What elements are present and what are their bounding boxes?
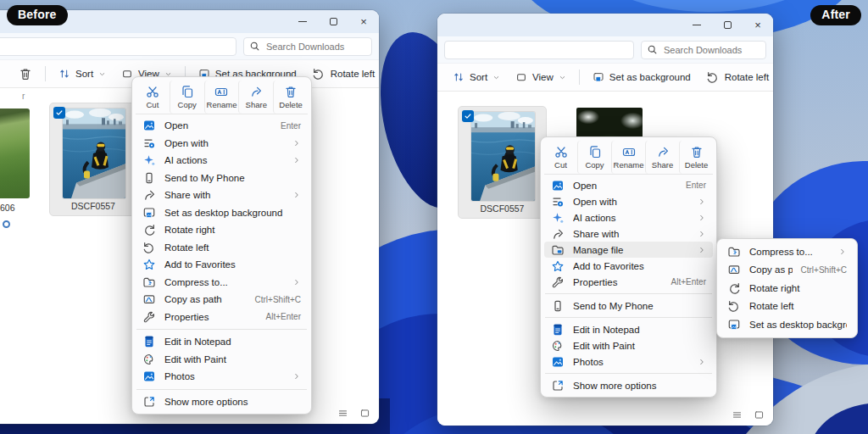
menu-item-edit-with-paint[interactable]: Edit with Paint: [544, 337, 713, 353]
wrench-icon: [142, 310, 156, 324]
selected-checkbox-icon[interactable]: [462, 110, 474, 122]
file-label: DSCF0557: [50, 201, 136, 211]
menu-item-open[interactable]: OpenEnter: [544, 177, 713, 193]
file-label: 606: [0, 203, 15, 213]
search-icon: [249, 41, 260, 52]
close-icon[interactable]: ×: [753, 20, 763, 31]
menu-item-edit-in-notepad[interactable]: Edit in Notepad: [544, 321, 713, 337]
menu-shortcut: Ctrl+Shift+C: [255, 295, 301, 304]
menu-item-photos[interactable]: Photos: [544, 353, 713, 370]
menu-item-add-to-favorites[interactable]: Add to Favorites: [544, 258, 713, 274]
paint-icon: [551, 339, 565, 353]
photo-icon: [142, 119, 156, 132]
maximize-icon[interactable]: [328, 17, 338, 27]
menu-item-open[interactable]: OpenEnter: [136, 117, 308, 135]
list-view-icon[interactable]: [732, 409, 743, 420]
minimize-icon[interactable]: [298, 17, 308, 27]
menu-item-ai-actions[interactable]: AI actions: [544, 209, 713, 225]
menu-shortcut: Alt+Enter: [671, 277, 706, 287]
menu-share-button[interactable]: Share: [645, 141, 679, 174]
menu-item-send-to-my-phone[interactable]: Send to My Phone: [544, 298, 713, 314]
close-icon[interactable]: ×: [359, 17, 369, 27]
menu-item-rotate-left[interactable]: Rotate left: [136, 239, 308, 257]
selected-checkbox-icon[interactable]: [53, 107, 65, 119]
menu-item-open-with[interactable]: Open with: [544, 193, 713, 209]
rotate-left-button[interactable]: Rotate left: [305, 64, 379, 84]
menu-item-copy-as-path[interactable]: Copy as pathCtrl+Shift+C: [136, 291, 308, 309]
menu-item-share-with[interactable]: Share with: [544, 225, 713, 242]
sparkle-icon: [551, 211, 565, 225]
address-bar[interactable]: [444, 41, 634, 59]
menu-item-open-with[interactable]: Open with: [136, 135, 308, 153]
delete-button[interactable]: [12, 64, 39, 84]
share-icon: [142, 188, 156, 202]
menu-item-ai-actions[interactable]: AI actions: [136, 152, 308, 170]
menu-item-rotate-right[interactable]: Rotate right: [136, 221, 308, 239]
menu-item-edit-with-paint[interactable]: Edit with Paint: [136, 351, 308, 369]
menu-item-set-as-desktop-background[interactable]: Set as desktop background: [136, 204, 308, 222]
menu-item-show-more-options[interactable]: Show more options: [136, 393, 308, 411]
menu-delete-button[interactable]: Delete: [679, 141, 713, 174]
view-button[interactable]: View: [509, 68, 573, 86]
thumbnail-view-icon[interactable]: [359, 408, 370, 419]
menu-item-label: Photos: [573, 357, 689, 367]
menu-item-manage-file[interactable]: Manage file: [544, 242, 713, 258]
search-box[interactable]: [641, 41, 766, 59]
menu-item-send-to-my-phone[interactable]: Send to My Phone: [136, 170, 308, 187]
menu-shortcut: Enter: [281, 121, 301, 131]
sort-button[interactable]: Sort: [52, 64, 113, 83]
list-view-icon[interactable]: [337, 408, 348, 419]
menu-copy-button[interactable]: Copy: [170, 81, 204, 114]
sort-icon: [58, 68, 70, 80]
menu-cut-button[interactable]: Cut: [544, 141, 577, 174]
rotate-left-icon: [706, 70, 720, 84]
menu-delete-button[interactable]: Delete: [273, 81, 308, 114]
photo-icon: [142, 370, 156, 383]
maximize-icon[interactable]: [722, 20, 732, 31]
menu-item-label: Open: [164, 120, 272, 131]
submenu-item-rotate-left[interactable]: Rotate left: [721, 298, 854, 316]
titlebar[interactable]: ×: [437, 14, 773, 36]
menu-item-label: Open with: [164, 138, 284, 148]
search-input[interactable]: [662, 44, 760, 56]
menu-item-properties[interactable]: PropertiesAlt+Enter: [136, 309, 308, 326]
menu-item-show-more-options[interactable]: Show more options: [544, 377, 713, 393]
rotate-left-button[interactable]: Rotate left: [699, 67, 773, 87]
menu-item-label: Share with: [164, 190, 284, 200]
chevron-right-icon: [292, 156, 301, 164]
menu-rename-button[interactable]: Rename: [611, 141, 645, 174]
menu-cut-button[interactable]: Cut: [136, 81, 170, 114]
menu-item-label: Edit in Notepad: [164, 337, 301, 347]
submenu-item-compress-to[interactable]: Compress to...: [721, 242, 854, 261]
thumbnail-view-icon[interactable]: [754, 409, 765, 420]
search-input[interactable]: [264, 41, 366, 53]
set-background-button[interactable]: Set as background: [586, 68, 698, 86]
sort-button[interactable]: Sort: [446, 68, 507, 86]
submenu-item-rotate-right[interactable]: Rotate right: [721, 279, 854, 298]
menu-item-photos[interactable]: Photos: [136, 368, 308, 386]
menu-item-share-with[interactable]: Share with: [136, 186, 308, 204]
delete-icon: [284, 85, 298, 98]
submenu-item-copy-as-path[interactable]: Copy as pathCtrl+Shift+C: [721, 261, 854, 280]
file-tile-dscf0557[interactable]: DSCF0557: [49, 103, 137, 216]
menu-item-edit-in-notepad[interactable]: Edit in Notepad: [136, 333, 308, 351]
submenu-item-set-as-desktop-background[interactable]: Set as desktop background: [721, 315, 854, 334]
search-box[interactable]: [243, 37, 372, 56]
menu-copy-button[interactable]: Copy: [577, 141, 611, 174]
thumbnail-golf-photo[interactable]: [0, 108, 30, 198]
menu-item-add-to-favorites[interactable]: Add to Favorites: [136, 256, 308, 274]
menu-share-button[interactable]: Share: [238, 81, 273, 114]
cropped-text-fragment: r: [22, 92, 25, 101]
file-tile-dscf0557[interactable]: DSCF0557: [458, 106, 547, 219]
open-with-icon: [142, 136, 156, 150]
address-bar[interactable]: ls: [0, 37, 236, 56]
menu-item-label: Edit with Paint: [573, 341, 706, 351]
phone-icon: [551, 299, 565, 313]
minimize-icon[interactable]: [692, 20, 702, 31]
menu-separator: [136, 329, 307, 330]
menu-rename-button[interactable]: Rename: [204, 81, 239, 114]
menu-item-properties[interactable]: PropertiesAlt+Enter: [544, 274, 713, 290]
rotate-left-icon: [727, 299, 741, 313]
menu-item-compress-to[interactable]: Compress to...: [136, 274, 308, 292]
menu-item-label: Rotate right: [749, 283, 847, 293]
